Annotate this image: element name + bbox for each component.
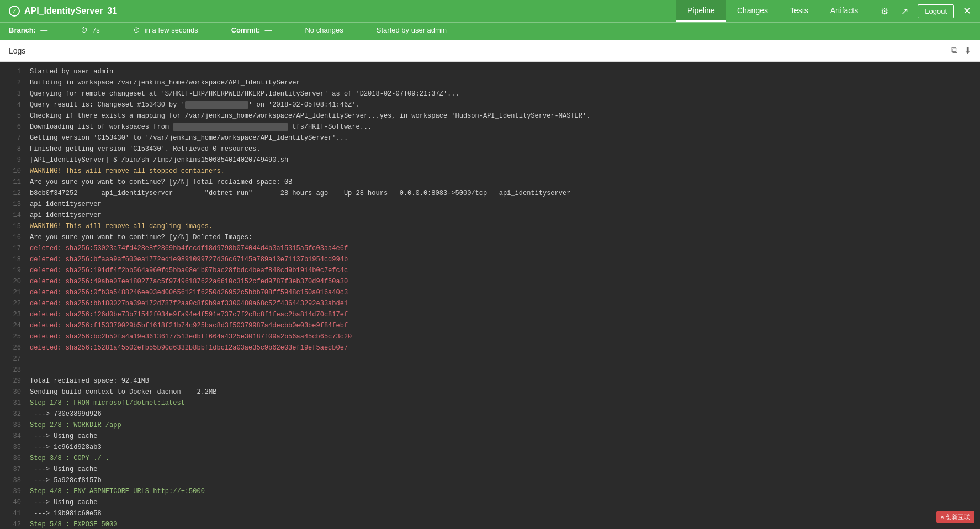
- line-number: 38: [4, 475, 21, 485]
- log-line: 33Step 2/8 : WORKDIR /app: [0, 420, 980, 431]
- log-line: 11Are you sure you want to continue? [y/…: [0, 177, 980, 188]
- branch-label: Branch:: [9, 26, 36, 34]
- line-content: Querying for remote changeset at '$/HKIT…: [30, 89, 459, 99]
- line-number: 16: [4, 232, 21, 242]
- line-number: 8: [4, 144, 21, 154]
- header: ✓ API_IdentityServer 31 Pipeline Changes…: [0, 0, 980, 22]
- line-number: 15: [4, 221, 21, 231]
- line-content: ---> Using cache: [30, 464, 97, 474]
- check-icon: ✓: [9, 6, 20, 17]
- line-number: 42: [4, 520, 21, 529]
- line-number: 34: [4, 431, 21, 441]
- log-line: 20deleted: sha256:49abe07ee180277ac5f974…: [0, 276, 980, 287]
- log-line: 13api_identityserver: [0, 199, 980, 210]
- line-number: 32: [4, 409, 21, 419]
- log-line: 3Querying for remote changeset at '$/HKI…: [0, 88, 980, 99]
- line-content: ---> 19b981c60e58: [30, 509, 102, 519]
- line-number: 24: [4, 321, 21, 331]
- commit-info: Commit: —: [231, 26, 272, 34]
- line-number: 5: [4, 111, 21, 121]
- log-line: 28: [0, 364, 980, 375]
- time-icon: ⏱: [133, 26, 140, 34]
- line-content: WARNING! This will remove all stopped co…: [30, 166, 225, 176]
- download-icon[interactable]: ⬇: [964, 45, 971, 56]
- line-number: 31: [4, 398, 21, 408]
- line-number: 37: [4, 464, 21, 474]
- log-line: 31Step 1/8 : FROM microsoft/dotnet:lates…: [0, 398, 980, 409]
- log-line: 2Building in workspace /var/jenkins_home…: [0, 77, 980, 88]
- line-number: 26: [4, 343, 21, 353]
- branch-info: Branch: —: [9, 26, 47, 34]
- log-line: 36Step 3/8 : COPY ./ .: [0, 453, 980, 464]
- log-line: 8Finished getting version 'C153430'. Ret…: [0, 144, 980, 155]
- line-number: 39: [4, 486, 21, 496]
- line-number: 9: [4, 155, 21, 165]
- main-nav: Pipeline Changes Tests Artifacts: [676, 0, 869, 22]
- line-number: 27: [4, 354, 21, 364]
- line-number: 6: [4, 122, 21, 132]
- header-actions: ⚙ ↗ Logout ✕: [878, 4, 971, 18]
- tab-changes[interactable]: Changes: [726, 0, 779, 22]
- log-line: 6Downloading list of workspaces from tfs…: [0, 121, 980, 133]
- line-content: Step 2/8 : WORKDIR /app: [30, 420, 121, 430]
- line-number: 36: [4, 453, 21, 463]
- log-line: 30Sending build context to Docker daemon…: [0, 387, 980, 398]
- line-number: 3: [4, 89, 21, 99]
- log-line: 27: [0, 353, 980, 364]
- line-content: deleted: sha256:15281a45502efb55b90d6332…: [30, 343, 348, 353]
- pipeline-title: API_IdentityServer: [24, 6, 103, 16]
- close-icon[interactable]: ✕: [963, 5, 971, 17]
- log-line: 41 ---> 19b981c60e58: [0, 508, 980, 519]
- line-content: deleted: sha256:0fb3a5488246ee03ed006561…: [30, 288, 348, 298]
- line-number: 4: [4, 100, 21, 110]
- log-line: 26deleted: sha256:15281a45502efb55b90d63…: [0, 342, 980, 353]
- tab-tests[interactable]: Tests: [779, 0, 819, 22]
- log-line: 17deleted: sha256:53023a74fd428e8f2869bb…: [0, 243, 980, 254]
- export-icon[interactable]: ↗: [898, 4, 911, 18]
- line-number: 1: [4, 67, 21, 77]
- settings-icon[interactable]: ⚙: [878, 4, 891, 18]
- sub-header: Branch: — ⏱ 7s ⏱ in a few seconds Commit…: [0, 22, 980, 40]
- line-number: 2: [4, 78, 21, 88]
- duration-info: ⏱ 7s: [81, 26, 100, 34]
- logs-title: Logs: [9, 46, 25, 55]
- line-number: 7: [4, 133, 21, 143]
- tab-artifacts[interactable]: Artifacts: [819, 0, 870, 22]
- watermark: × 创新互联: [936, 511, 974, 523]
- line-number: 21: [4, 288, 21, 298]
- line-content: Step 4/8 : ENV ASPNETCORE_URLS http://+:…: [30, 486, 205, 496]
- line-content: WARNING! This will remove all dangling i…: [30, 221, 213, 231]
- tab-pipeline[interactable]: Pipeline: [676, 0, 726, 22]
- line-content: Step 5/8 : EXPOSE 5000: [30, 520, 117, 529]
- line-content: Are you sure you want to continue? [y/N]…: [30, 232, 252, 242]
- line-content: deleted: sha256:126d0be73b71542f034e9fa9…: [30, 310, 348, 320]
- line-number: 17: [4, 244, 21, 253]
- line-content: Are you sure you want to continue? [y/N]…: [30, 177, 292, 187]
- started-info: Started by user admin: [377, 26, 447, 34]
- log-line: 39Step 4/8 : ENV ASPNETCORE_URLS http://…: [0, 486, 980, 497]
- line-content: deleted: sha256:f153370029b5bf1618f21b74…: [30, 321, 348, 331]
- log-line: 9[API_IdentityServer] $ /bin/sh /tmp/jen…: [0, 155, 980, 166]
- external-link-icon[interactable]: ⧉: [951, 45, 957, 56]
- log-line: 24deleted: sha256:f153370029b5bf1618f21b…: [0, 320, 980, 331]
- line-number: 11: [4, 177, 21, 187]
- log-line: 25deleted: sha256:bc2b50fa4a19e361361775…: [0, 331, 980, 342]
- line-number: 29: [4, 376, 21, 386]
- line-content: deleted: sha256:49abe07ee180277ac5f97496…: [30, 277, 348, 287]
- line-content: ---> 5a928cf8157b: [30, 475, 102, 485]
- line-number: 22: [4, 299, 21, 309]
- line-content: api_identityserver: [30, 210, 102, 220]
- header-left: ✓ API_IdentityServer 31: [9, 6, 676, 17]
- commit-label: Commit:: [231, 26, 261, 34]
- line-number: 10: [4, 166, 21, 176]
- line-content: ---> 730e3899d926: [30, 409, 102, 419]
- log-line: 5Checking if there exists a mapping for …: [0, 110, 980, 121]
- log-line: 12b8eb0f347252 api_identityserver "dotne…: [0, 188, 980, 199]
- build-number: 31: [107, 6, 117, 16]
- log-line: 10WARNING! This will remove all stopped …: [0, 166, 980, 177]
- logout-button[interactable]: Logout: [918, 4, 954, 18]
- line-content: Getting version 'C153430' to '/var/jenki…: [30, 133, 348, 143]
- line-number: 12: [4, 188, 21, 198]
- log-line: 23deleted: sha256:126d0be73b71542f034e9f…: [0, 309, 980, 320]
- line-content: Query result is: Changeset #153430 by ' …: [30, 100, 360, 110]
